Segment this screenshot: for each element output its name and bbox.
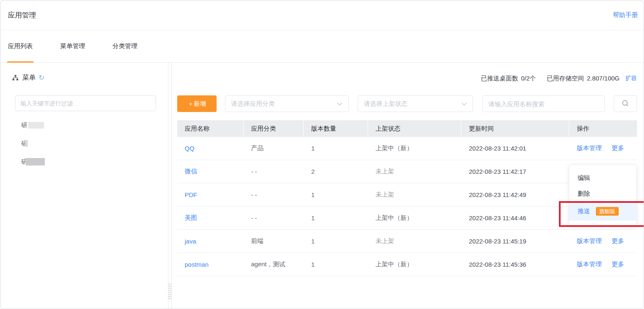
- version-count: 2: [304, 168, 368, 175]
- app-name-link[interactable]: PDF: [177, 191, 244, 198]
- shelf-status-select[interactable]: 请选择上架状态: [358, 95, 473, 112]
- updated-time: 2022-08-23 11:44:46: [461, 214, 569, 221]
- context-menu-item[interactable]: 删除: [569, 186, 636, 202]
- col-app-category: 应用分类: [244, 120, 304, 137]
- help-manual-link[interactable]: 帮助手册: [613, 11, 638, 19]
- tabs-bar: 应用列表 菜单管理 分类管理: [0, 30, 644, 63]
- app-name-link[interactable]: 微信: [177, 168, 244, 175]
- table-row: postmanagent，测试1上架中（新）2022-08-23 11:45:3…: [177, 253, 637, 276]
- table-row: PDF- -1未上架2022-08-23 11:42:49: [177, 183, 637, 207]
- app-category: 产品: [244, 144, 304, 152]
- app-category: - -: [244, 191, 304, 198]
- more-link[interactable]: 更多: [612, 260, 624, 268]
- app-name-search-input[interactable]: [482, 95, 605, 112]
- topbar: 应用管理 帮助手册: [0, 0, 644, 30]
- chevron-down-icon: [461, 100, 467, 107]
- updated-time: 2022-08-23 11:45:36: [461, 261, 569, 268]
- col-version-count: 版本数量: [304, 120, 368, 137]
- add-app-button[interactable]: ＋新增: [177, 95, 217, 112]
- shelf-status: 上架中（新）: [368, 214, 461, 222]
- table-row: 美图- -1上架中（新）2022-08-23 11:44:46: [177, 207, 637, 230]
- table-header: 应用名称 应用分类 版本数量 上架状态 更新时间 操作: [177, 120, 637, 137]
- tab-app-list[interactable]: 应用列表: [7, 30, 34, 62]
- version-manage-link[interactable]: 版本管理: [577, 260, 602, 268]
- pane-splitter[interactable]: [168, 63, 172, 309]
- splitter-grip-icon[interactable]: [168, 282, 171, 300]
- row-actions: 版本管理更多: [569, 237, 637, 245]
- tree-filter-input[interactable]: [15, 95, 156, 111]
- shelf-status: 上架中（新）: [368, 260, 461, 268]
- app-category: agent，测试: [244, 260, 304, 268]
- version-manage-link[interactable]: 版本管理: [577, 237, 602, 245]
- version-count: 1: [304, 145, 368, 152]
- org-tree-icon: [12, 75, 19, 81]
- version-count: 1: [304, 261, 368, 268]
- updated-time: 2022-08-23 11:45:19: [461, 238, 569, 245]
- col-updated-time: 更新时间: [461, 120, 569, 137]
- table-row: java前端1未上架2022-08-23 11:45:19版本管理更多: [177, 230, 637, 253]
- tree-item-label: 研: [21, 122, 27, 129]
- shelf-status: 未上架: [368, 168, 461, 175]
- app-name-link[interactable]: postman: [177, 261, 244, 268]
- more-link[interactable]: 更多: [612, 144, 624, 152]
- magnifier-icon: [622, 100, 629, 108]
- version-count: 1: [304, 214, 368, 221]
- app-name-link[interactable]: 美图: [177, 214, 244, 222]
- sidebar-panel-head: 菜单 ↻: [12, 73, 168, 82]
- version-count: 1: [304, 238, 368, 245]
- context-menu-item[interactable]: 编辑: [569, 170, 636, 186]
- storage-stat: 已用存储空间 2.807/100G: [547, 75, 620, 83]
- row-actions: 版本管理更多: [569, 144, 637, 152]
- row-actions: 版本管理更多: [569, 260, 637, 268]
- shelf-status: 上架中（新）: [368, 144, 461, 152]
- main-area: 菜单 ↻ 研研研 已推送桌面数 0/2个 已用存储空间 2.807/100G 扩…: [0, 63, 644, 309]
- shelf-status: 未上架: [368, 191, 461, 199]
- more-actions-menu: 编辑删除推送旗舰版: [569, 165, 637, 226]
- table-body: QQ产品1上架中（新）2022-08-23 11:42:01版本管理更多微信- …: [177, 137, 637, 276]
- tree-item[interactable]: 研: [21, 134, 168, 153]
- expand-storage-link[interactable]: 扩容: [625, 75, 637, 82]
- tab-menu-management[interactable]: 菜单管理: [59, 30, 86, 62]
- app-category: - -: [244, 214, 304, 221]
- col-actions: 操作: [569, 120, 637, 137]
- apps-table: 应用名称 应用分类 版本数量 上架状态 更新时间 操作 QQ产品1上架中（新）2…: [177, 120, 637, 276]
- updated-time: 2022-08-23 11:42:17: [461, 168, 569, 175]
- app-category: - -: [244, 168, 304, 175]
- app-management-window: 应用管理 帮助手册 应用列表 菜单管理 分类管理 菜单 ↻: [0, 0, 644, 309]
- app-name-link[interactable]: java: [177, 238, 244, 245]
- quota-stats: 已推送桌面数 0/2个 已用存储空间 2.807/100G 扩容: [177, 73, 637, 84]
- shelf-status: 未上架: [368, 237, 461, 245]
- edition-badge: 旗舰版: [596, 207, 619, 216]
- table-row: 微信- -2未上架2022-08-23 11:42:17: [177, 160, 637, 183]
- app-name-link[interactable]: QQ: [177, 145, 244, 152]
- search-button[interactable]: [614, 95, 637, 112]
- context-menu-item[interactable]: 推送旗舰版: [569, 202, 636, 221]
- menu-tree: 研研研: [12, 116, 168, 171]
- context-menu-item-label: 删除: [578, 190, 590, 198]
- refresh-icon[interactable]: ↻: [39, 73, 44, 82]
- page-title: 应用管理: [8, 10, 36, 20]
- sidebar-panel-title: 菜单: [22, 73, 36, 82]
- redaction-box: [25, 140, 28, 147]
- updated-time: 2022-08-23 11:42:01: [461, 145, 569, 152]
- chevron-down-icon: [337, 100, 342, 107]
- tab-category-management[interactable]: 分类管理: [112, 30, 138, 62]
- pushed-desktops-stat: 已推送桌面数 0/2个: [481, 75, 536, 83]
- category-select[interactable]: 请选择应用分类: [225, 95, 349, 112]
- col-app-name: 应用名称: [177, 120, 244, 137]
- app-category: 前端: [244, 237, 304, 245]
- more-link[interactable]: 更多: [612, 237, 624, 245]
- redaction-box: [28, 122, 44, 129]
- context-menu-item-label: 编辑: [578, 174, 590, 182]
- table-row: QQ产品1上架中（新）2022-08-23 11:42:01版本管理更多: [177, 137, 637, 160]
- updated-time: 2022-08-23 11:42:49: [461, 191, 569, 198]
- version-manage-link[interactable]: 版本管理: [577, 144, 602, 152]
- context-menu-item-label: 推送: [578, 207, 590, 215]
- tree-item[interactable]: 研: [21, 116, 168, 134]
- toolbar: ＋新增 请选择应用分类 请选择上架状态: [177, 95, 637, 112]
- sidebar: 菜单 ↻ 研研研: [0, 63, 168, 309]
- version-count: 1: [304, 191, 368, 198]
- tree-item[interactable]: 研: [21, 153, 168, 171]
- col-shelf-status: 上架状态: [368, 120, 461, 137]
- redaction-box: [26, 158, 45, 165]
